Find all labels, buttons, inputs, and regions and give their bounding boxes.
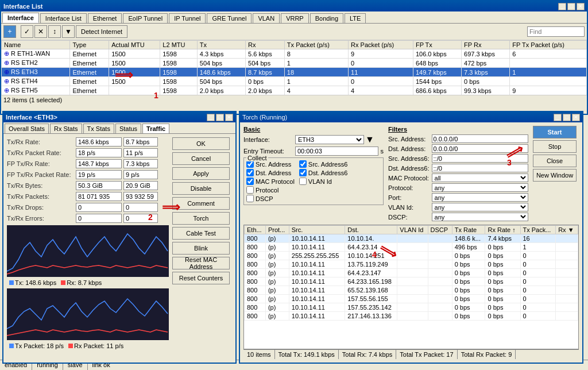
iface-minimize-button[interactable]: _ [207,114,215,121]
f-dst-addr-input[interactable] [432,144,528,153]
maximize-button[interactable]: □ [567,3,575,10]
torch-interface-select[interactable]: ETH3 [295,135,364,144]
cb-dst-addr6-check[interactable] [299,169,307,176]
f-vlan-select[interactable]: any [432,203,528,211]
disable-button[interactable]: Disable [172,182,230,195]
sort-button[interactable]: ↕ [48,25,61,38]
comment-button[interactable]: Comment [172,197,230,210]
tx-bytes-input[interactable] [76,181,122,190]
torch-close-button[interactable]: ✕ [572,114,580,121]
iface-maximize-button[interactable]: □ [216,114,224,121]
fp-rx-pkt-input[interactable] [123,170,158,179]
tab-lte[interactable]: LTE [345,13,366,23]
list-item[interactable]: 800(p)255.255.255.25510.10.14.2510 bps0 … [245,252,578,260]
cb-protocol-check[interactable] [246,186,254,194]
fp-tx-rate-input[interactable] [76,159,122,168]
rx-errors-input[interactable] [123,214,158,223]
rx-pkt-rate-input[interactable] [123,148,158,157]
iface-tab-traffic[interactable]: Traffic [142,124,169,133]
f-dst-addr6-input[interactable] [432,164,528,172]
cable-test-button[interactable]: Cable Test [172,227,230,240]
th-eth: Eth... [245,226,266,234]
table-cell: 0 bps [462,77,510,86]
fp-tx-pkt-input[interactable] [76,170,122,179]
cb-mac-proto-check[interactable] [246,178,254,185]
torch-new-window-button[interactable]: New Window [533,169,577,182]
tab-interface-list[interactable]: Interface List [40,13,87,23]
check-button[interactable]: ✓ [21,25,33,38]
tab-gre-tunnel[interactable]: GRE Tunnel [207,13,252,23]
torch-stop-button[interactable]: Stop [533,140,577,153]
tab-ethernet[interactable]: Ethernet [88,13,122,23]
close-button[interactable]: ✕ [577,3,585,10]
f-dscp-select[interactable]: any [432,213,528,221]
list-item[interactable]: 800(p)10.10.14.1164.233.165.1980 bps0 bp… [245,278,578,286]
table-row[interactable]: ⊕ RS ETH2Ethernet15001598504 bps504 bps1… [2,59,587,68]
f-src-addr6-input[interactable] [432,154,528,163]
find-input[interactable] [527,26,585,37]
rx-rate-input[interactable] [123,137,158,147]
rx-pkts-input[interactable] [123,192,158,201]
rx-drops-input[interactable] [123,203,158,212]
tx-pkt-rate-input[interactable] [76,148,122,157]
torch-button[interactable]: Torch [172,212,230,225]
list-item[interactable]: 800(p)10.10.14.1164.4.23.14496 bps0 bps1 [245,243,578,252]
torch-timeout-input[interactable] [295,147,378,156]
table-cell: (p) [265,286,289,295]
f-protocol-select[interactable]: any [432,183,528,192]
tab-bonding[interactable]: Bonding [310,13,343,23]
list-item[interactable]: 800(p)10.10.14.1165.52.139.1680 bps0 bps… [245,286,578,295]
list-item[interactable]: 800(p)10.10.14.1113.75.119.2490 bps0 bps… [245,260,578,269]
table-row[interactable]: ⊕ RS ETH3Ethernet15001598148.6 kbps8.7 k… [2,68,587,77]
cb-dst-addr-check[interactable] [246,169,254,176]
tx-pkts-input[interactable] [76,192,122,201]
detect-internet-button[interactable]: Detect Internet [76,25,127,38]
table-row[interactable]: ⊕ R ETH1-WANEthernet150015984.3 kbps5.6 … [2,49,587,59]
iface-tab-status[interactable]: Status [115,124,141,133]
filter-button[interactable]: ▼ [62,25,75,38]
cb-dscp-check[interactable] [246,195,254,202]
f-mac-proto-select[interactable]: all [432,174,528,182]
torch-close-action-button[interactable]: Close [533,155,577,167]
list-item[interactable]: 800(p)10.10.14.11217.146.13.1360 bps0 bp… [245,312,578,321]
cancel-button[interactable]: Cancel [172,152,230,165]
cb-vlan-id-check[interactable] [299,178,307,185]
fp-rx-rate-input[interactable] [123,159,158,168]
tx-rate-input[interactable] [76,137,122,147]
tx-drops-input[interactable] [76,203,122,212]
torch-window: Torch (Running) _ □ ✕ Basic Interface: E… [239,111,583,364]
tab-interface[interactable]: Interface [2,13,39,23]
blink-button[interactable]: Blink [172,242,230,255]
list-item[interactable]: 800(p)10.10.14.11157.55.235.1420 bps0 bp… [245,303,578,312]
table-row[interactable]: ⊕ RS ETH4Ethernet15001598504 bps0 bps101… [2,77,587,86]
reset-counters-button[interactable]: Reset Counters [172,272,230,284]
list-item[interactable]: 800(p)10.10.14.11157.55.56.1550 bps0 bps… [245,295,578,303]
iface-win-controls: _ □ ✕ [207,114,233,121]
list-item[interactable]: 800(p)10.10.14.1110.10.14.148.6 k...7.4 … [245,234,578,243]
torch-maximize-button[interactable]: □ [563,114,571,121]
reset-mac-button[interactable]: Reset MAC Address [172,257,230,269]
tx-errors-input[interactable] [76,214,122,223]
table-cell: 13.75.119.249 [345,260,397,269]
torch-start-button[interactable]: Start [533,126,577,138]
f-port-select[interactable]: any [432,193,528,202]
iface-tab-overall[interactable]: Overall Stats [5,124,49,133]
rx-bytes-input[interactable] [123,181,158,190]
delete-button[interactable]: ✕ [34,25,47,38]
cb-src-addr6-check[interactable] [299,160,307,168]
iface-tab-rx[interactable]: Rx Stats [50,124,82,133]
tab-eoip-tunnel[interactable]: EoIP Tunnel [123,13,168,23]
f-src-addr-input[interactable] [432,134,528,143]
iface-tab-tx[interactable]: Tx Stats [83,124,114,133]
tab-ip-tunnel[interactable]: IP Tunnel [169,13,206,23]
torch-minimize-button[interactable]: _ [554,114,562,121]
ok-button[interactable]: OK [172,137,230,150]
table-row[interactable]: ⊕ RS ETH5Ethernet15982.0 kbps2.0 kbps446… [2,86,587,95]
iface-close-button[interactable]: ✕ [225,114,233,121]
list-item[interactable]: 800(p)10.10.14.1164.4.23.1470 bps0 bps0 [245,269,578,278]
apply-button[interactable]: Apply [172,167,230,180]
minimize-button[interactable]: _ [558,3,566,10]
add-button[interactable]: + [3,25,16,38]
tab-vrrp[interactable]: VRRP [281,13,309,23]
tab-vlan[interactable]: VLAN [253,13,280,23]
